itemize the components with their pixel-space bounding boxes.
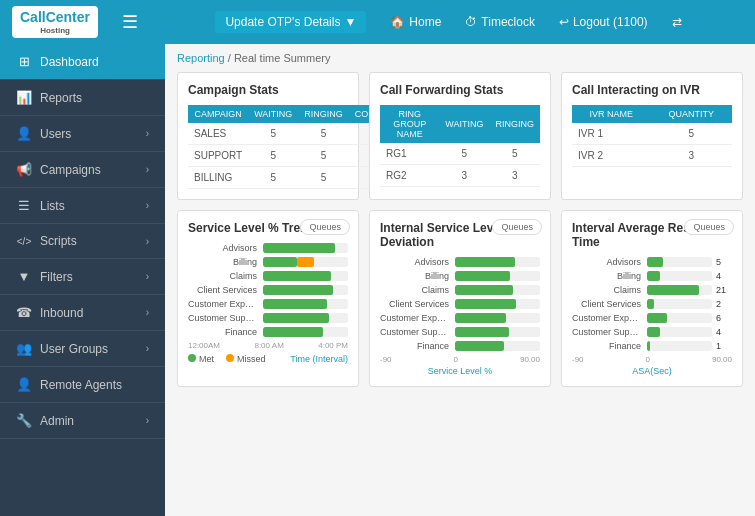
users-arrow: › [146,128,149,139]
sidebar-item-inbound[interactable]: ☎ Inbound › [0,295,165,331]
chart-row-finance-iar: Finance 1 [572,341,732,351]
interval-avg-chart: Advisors 5 Billing 4 Claims 21 [572,257,732,351]
sidebar-label-user-groups: User Groups [40,342,108,356]
campaigns-icon: 📢 [16,162,32,177]
chart-row-billing-iar: Billing 4 [572,271,732,281]
internal-service-axis: -90 0 90.00 [380,355,540,364]
col-ivr-name: IVR NAME [572,105,651,123]
table-row: IVR 2 3 [572,145,732,167]
campaigns-arrow: › [146,164,149,175]
table-row: IVR 1 5 [572,123,732,145]
sidebar-item-users[interactable]: 👤 Users › [0,116,165,152]
filters-icon: ▼ [16,269,32,284]
inbound-icon: ☎ [16,305,32,320]
lists-icon: ☰ [16,198,32,213]
chart-row-claims-isl: Claims [380,285,540,295]
interval-avg-response-card: Interval Average Response Time Queues Ad… [561,210,743,387]
remote-agents-icon: 👤 [16,377,32,392]
interval-avg-queues-btn[interactable]: Queues [684,219,734,235]
table-row: RG1 5 5 [380,143,540,165]
main-layout: ⊞ Dashboard 📊 Reports 👤 Users › 📢 Campai… [0,44,755,516]
call-ivr-table: IVR NAME QUANTITY IVR 1 5 IVR 2 3 [572,105,732,167]
lists-arrow: › [146,200,149,211]
call-forwarding-table: RING GROUP NAME WAITING RINGING RG1 5 5 … [380,105,540,187]
users-icon: 👤 [16,126,32,141]
sidebar-label-filters: Filters [40,270,73,284]
home-link[interactable]: 🏠 Home [390,15,441,29]
sidebar-item-dashboard[interactable]: ⊞ Dashboard [0,44,165,80]
campaign-stats-card: Campaign Stats CAMPAIGN WAITING RINGING … [177,72,359,200]
hamburger-menu[interactable]: ☰ [122,11,138,33]
update-otp-button[interactable]: Update OTP's Details ▼ [215,11,366,33]
call-ivr-card: Call Interacting on IVR IVR NAME QUANTIT… [561,72,743,200]
call-ivr-title: Call Interacting on IVR [572,83,732,97]
main-content: Reporting / Real time Summery Campaign S… [165,44,755,516]
col-ring-group: RING GROUP NAME [380,105,439,143]
breadcrumb-current: Real time Summery [234,52,331,64]
chart-row-advisors-isl: Advisors [380,257,540,267]
col-quantity: QUANTITY [651,105,732,123]
table-row: RG2 3 3 [380,165,540,187]
sidebar-label-users: Users [40,127,71,141]
dashboard-icon: ⊞ [16,54,32,69]
chart-row-customer-support: Customer Support [188,313,348,323]
service-level-trend-card: Service Level % Trend Queues Advisors Bi… [177,210,359,387]
sidebar-item-campaigns[interactable]: 📢 Campaigns › [0,152,165,188]
internal-service-xlabel: Service Level % [380,366,540,376]
campaign-stats-title: Campaign Stats [188,83,348,97]
admin-icon: 🔧 [16,413,32,428]
chart-row-client-isl: Client Services [380,299,540,309]
share-icon[interactable]: ⇄ [672,15,682,29]
sidebar-label-scripts: Scripts [40,234,77,248]
sidebar-label-reports: Reports [40,91,82,105]
chart-row-advisors-iar: Advisors 5 [572,257,732,267]
timeclock-link[interactable]: ⏱ Timeclock [465,15,535,29]
breadcrumb: Reporting / Real time Summery [177,52,743,64]
service-level-axis: 12:00AM 8:00 AM 4:00 PM [188,341,348,350]
breadcrumb-parent[interactable]: Reporting [177,52,225,64]
chart-row-billing: Billing [188,257,348,267]
col-ringing: RINGING [489,105,540,143]
chart-row-customer-exp: Customer Expe... [188,299,348,309]
reports-icon: 📊 [16,90,32,105]
service-level-legend: Met Missed Time (Interval) [188,354,348,364]
sidebar-item-admin[interactable]: 🔧 Admin › [0,403,165,439]
call-forwarding-title: Call Forwarding Stats [380,83,540,97]
time-label: Time (Interval) [290,354,348,364]
sidebar-label-admin: Admin [40,414,74,428]
col-waiting: WAITING [439,105,489,143]
chart-row-finance: Finance [188,327,348,337]
top-navigation: CallCenter Hosting ☰ Update OTP's Detail… [0,0,755,44]
chart-row-custsup-iar: Customer Support 4 [572,327,732,337]
internal-service-queues-btn[interactable]: Queues [492,219,542,235]
chart-row-claims-iar: Claims 21 [572,285,732,295]
internal-service-chart: Advisors Billing Claims Client Services [380,257,540,351]
chart-row-finance-isl: Finance [380,341,540,351]
scripts-arrow: › [146,236,149,247]
call-forwarding-card: Call Forwarding Stats RING GROUP NAME WA… [369,72,551,200]
logo-hosting: Hosting [40,26,70,36]
chart-row-custexp-isl: Customer Expe... [380,313,540,323]
service-level-chart: Advisors Billing Claims [188,243,348,337]
sidebar-item-remote-agents[interactable]: 👤 Remote Agents [0,367,165,403]
sidebar-label-remote-agents: Remote Agents [40,378,122,392]
nav-center: Update OTP's Details ▼ 🏠 Home ⏱ Timecloc… [154,11,743,33]
logout-link[interactable]: ↩ Logout (1100) [559,15,648,29]
sidebar-item-scripts[interactable]: </> Scripts › [0,224,165,259]
sidebar-item-filters[interactable]: ▼ Filters › [0,259,165,295]
sidebar-item-lists[interactable]: ☰ Lists › [0,188,165,224]
logo-cc: CallCenter [20,9,90,26]
chart-row-custexp-iar: Customer Expe... 6 [572,313,732,323]
sidebar-label-campaigns: Campaigns [40,163,101,177]
filters-arrow: › [146,271,149,282]
charts-row: Service Level % Trend Queues Advisors Bi… [177,210,743,387]
sidebar: ⊞ Dashboard 📊 Reports 👤 Users › 📢 Campai… [0,44,165,516]
user-groups-arrow: › [146,343,149,354]
chart-row-custsup-isl: Customer Support [380,327,540,337]
sidebar-item-reports[interactable]: 📊 Reports [0,80,165,116]
sidebar-label-inbound: Inbound [40,306,83,320]
service-level-queues-btn[interactable]: Queues [300,219,350,235]
sidebar-item-user-groups[interactable]: 👥 User Groups › [0,331,165,367]
col-ringing: RINGING [298,105,349,123]
chart-row-billing-isl: Billing [380,271,540,281]
